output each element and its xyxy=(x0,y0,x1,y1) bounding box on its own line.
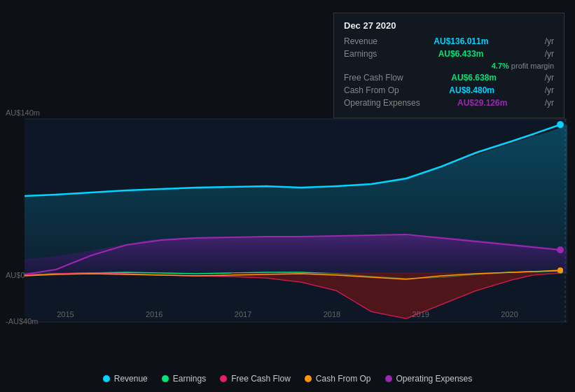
x-label-2017: 2017 xyxy=(235,310,251,318)
svg-point-6 xyxy=(557,121,564,128)
tooltip-row-opex: Operating Expenses AU$29.126m /yr xyxy=(344,98,554,108)
fcf-label: Free Cash Flow xyxy=(344,73,403,83)
x-label-2016: 2016 xyxy=(146,310,162,318)
x-label-2015: 2015 xyxy=(57,310,74,318)
cfo-label: Cash From Op xyxy=(344,85,399,95)
cfo-value: AU$8.480m xyxy=(449,85,494,95)
opex-value: AU$29.126m xyxy=(457,98,507,108)
cfo-legend-label: Cash From Op xyxy=(316,374,371,384)
cfo-legend-dot xyxy=(305,375,312,382)
opex-legend-dot xyxy=(385,375,392,382)
legend-fcf[interactable]: Free Cash Flow xyxy=(220,374,291,384)
revenue-value: AU$136.011m xyxy=(434,36,488,46)
x-label-2018: 2018 xyxy=(324,310,340,318)
opex-label: Operating Expenses xyxy=(344,98,420,108)
revenue-legend-label: Revenue xyxy=(114,374,148,384)
chart-area: AU$140m AU$0 -AU$40m 2015 2016 2017 2018… xyxy=(0,0,575,357)
svg-point-9 xyxy=(557,267,563,273)
x-labels: 2015 2016 2017 2018 2019 2020 xyxy=(0,310,575,318)
fcf-value: AU$6.638m xyxy=(451,73,497,83)
y-label-zero: AU$0 xyxy=(6,271,25,279)
tooltip-row-cfo: Cash From Op AU$8.480m /yr xyxy=(344,85,554,95)
y-label-top: AU$140m xyxy=(6,108,40,117)
profit-margin-text: 4.7% profit margin xyxy=(492,62,554,70)
revenue-label: Revenue xyxy=(344,36,377,46)
legend: Revenue Earnings Free Cash Flow Cash Fro… xyxy=(0,374,575,384)
profit-margin-label: profit margin xyxy=(511,62,554,70)
opex-unit: /yr xyxy=(545,98,554,108)
profit-margin-value: 4.7% xyxy=(492,62,509,70)
earnings-legend-label: Earnings xyxy=(173,374,206,384)
tooltip-date: Dec 27 2020 xyxy=(344,20,554,31)
fcf-unit: /yr xyxy=(545,73,554,83)
revenue-legend-dot xyxy=(103,375,110,382)
fcf-legend-label: Free Cash Flow xyxy=(231,374,291,384)
cfo-unit: /yr xyxy=(545,85,554,95)
fcf-legend-dot xyxy=(220,375,227,382)
legend-cfo[interactable]: Cash From Op xyxy=(305,374,371,384)
revenue-unit: /yr xyxy=(545,36,554,46)
tooltip-row-fcf: Free Cash Flow AU$6.638m /yr xyxy=(344,73,554,83)
tooltip-row-revenue: Revenue AU$136.011m /yr xyxy=(344,36,554,46)
x-label-2020: 2020 xyxy=(501,310,518,318)
earnings-unit: /yr xyxy=(545,49,554,59)
tooltip-row-earnings: Earnings AU$6.433m /yr xyxy=(344,49,554,59)
legend-opex[interactable]: Operating Expenses xyxy=(385,374,473,384)
earnings-label: Earnings xyxy=(344,49,377,59)
x-label-2019: 2019 xyxy=(412,310,429,318)
earnings-value: AU$6.433m xyxy=(438,49,484,59)
svg-point-7 xyxy=(557,246,564,253)
legend-revenue[interactable]: Revenue xyxy=(103,374,148,384)
opex-legend-label: Operating Expenses xyxy=(396,374,473,384)
legend-earnings[interactable]: Earnings xyxy=(162,374,206,384)
earnings-legend-dot xyxy=(162,375,169,382)
tooltip-box: Dec 27 2020 Revenue AU$136.011m /yr Earn… xyxy=(333,13,564,118)
